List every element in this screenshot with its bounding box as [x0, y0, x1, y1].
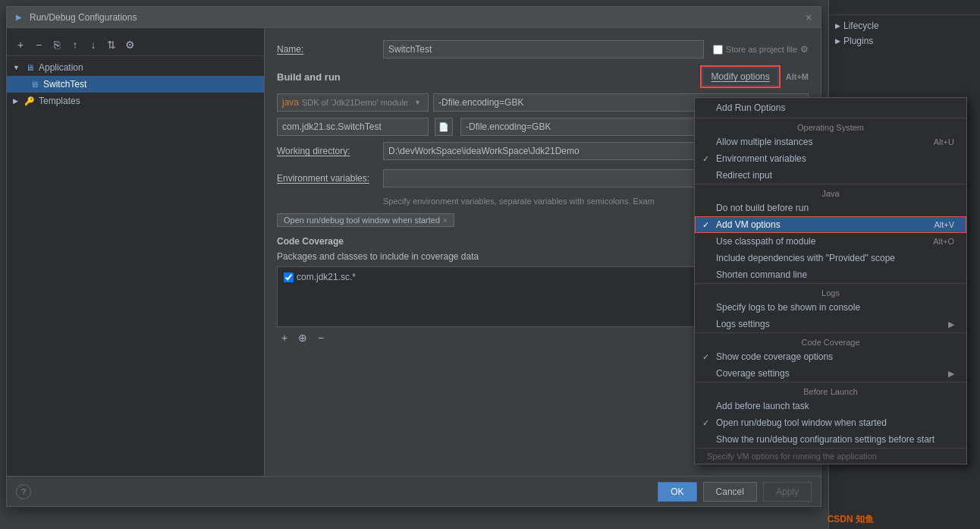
- switchtest-icon: 🖥: [28, 78, 40, 90]
- class-args-value: -Dfile.encoding=GBK: [466, 121, 551, 132]
- add-before-launch-item[interactable]: Add before launch task: [695, 398, 966, 414]
- include-dependencies-label: Include dependencies with "Provided" sco…: [716, 253, 895, 263]
- do-not-build-label: Do not build before run: [716, 203, 809, 213]
- logs-settings-item[interactable]: Logs settings ▶: [695, 316, 966, 332]
- show-coverage-item[interactable]: Show code coverage options: [695, 348, 966, 365]
- vm-args-value: -Dfile.encoding=GBK: [438, 97, 523, 108]
- sidebar-group-templates[interactable]: ▶ 🔑 Templates: [7, 93, 264, 109]
- store-as-project-label: Store as project file: [726, 45, 797, 54]
- config-button[interactable]: ⚙: [122, 37, 137, 52]
- redirect-input-label: Redirect input: [716, 170, 772, 181]
- add-vm-options-item[interactable]: Add VM options Alt+V: [695, 216, 966, 233]
- open-run-debug-label: Open run/debug tool window when started: [716, 417, 887, 428]
- lifecycle-label: Lifecycle: [843, 20, 879, 31]
- use-classpath-shortcut: Alt+O: [933, 237, 954, 246]
- switchtest-label: SwitchTest: [43, 79, 86, 90]
- logs-settings-label: Logs settings: [716, 319, 770, 329]
- modify-options-shortcut: Alt+M: [786, 72, 809, 81]
- java-sdk-selector[interactable]: java SDK of 'Jdk21Demo' module ▼: [277, 93, 429, 112]
- open-debug-tag: Open run/debug tool window when started …: [277, 213, 454, 227]
- add-package-button[interactable]: +: [277, 330, 292, 345]
- dialog-close-button[interactable]: ×: [803, 11, 815, 24]
- build-run-section: Build and run Modify options Alt+M: [277, 68, 809, 86]
- dropdown-hint: Specify VM options for running the appli…: [695, 448, 966, 464]
- dialog-footer: ? OK Cancel Apply: [7, 476, 821, 506]
- lifecycle-item[interactable]: ▶ Lifecycle: [829, 18, 980, 33]
- csdn-watermark: CSDN 知鱼: [828, 513, 874, 526]
- before-launch-label: Before Launch: [695, 382, 966, 398]
- coverage-settings-label: Coverage settings: [716, 368, 790, 379]
- plugins-label: Plugins: [843, 36, 873, 46]
- help-icon[interactable]: ?: [16, 484, 31, 499]
- do-not-build-item[interactable]: Do not build before run: [695, 200, 966, 216]
- name-label: Name:: [277, 44, 383, 55]
- modify-options-button[interactable]: Modify options: [702, 68, 777, 86]
- plugins-item[interactable]: ▶ Plugins: [829, 33, 980, 49]
- use-classpath-item[interactable]: Use classpath of module Alt+O: [695, 233, 966, 250]
- templates-icon: 🔑: [24, 95, 36, 107]
- env-var-label: Environment variables:: [277, 173, 383, 184]
- remove-config-button[interactable]: −: [31, 37, 46, 52]
- include-dependencies-item[interactable]: Include dependencies with "Provided" sco…: [695, 250, 966, 266]
- sidebar-item-switchtest[interactable]: 🖥 SwitchTest: [7, 76, 264, 93]
- move-up-button[interactable]: ↑: [68, 37, 83, 52]
- build-run-title: Build and run: [277, 71, 341, 83]
- dialog-title-icon: ▶: [13, 11, 25, 24]
- add-config-button[interactable]: +: [13, 37, 28, 52]
- add-run-options-item[interactable]: Add Run Options: [695, 98, 966, 118]
- plugins-arrow: ▶: [835, 37, 840, 45]
- package-name: com.jdk21.sc.*: [297, 272, 356, 282]
- apply-button[interactable]: Apply: [763, 482, 812, 502]
- open-debug-tag-text: Open run/debug tool window when started: [284, 216, 440, 225]
- coverage-settings-arrow: ▶: [948, 369, 954, 379]
- open-run-debug-item[interactable]: Open run/debug tool window when started: [695, 414, 966, 431]
- move-down-button[interactable]: ↓: [86, 37, 101, 52]
- name-input[interactable]: [383, 40, 704, 58]
- dropdown-hint-text: Specify VM options for running the appli…: [707, 452, 877, 461]
- lifecycle-arrow: ▶: [835, 22, 840, 30]
- redirect-input-item[interactable]: Redirect input: [695, 167, 966, 184]
- sort-button[interactable]: ⇅: [104, 37, 119, 52]
- remove-package-button[interactable]: −: [313, 330, 328, 345]
- allow-multiple-instances-label: Allow multiple instances: [716, 137, 812, 147]
- workdir-label: Working directory:: [277, 146, 383, 156]
- browse-class-button[interactable]: 📄: [435, 118, 453, 136]
- application-label: Application: [39, 62, 83, 73]
- package-checkbox[interactable]: [284, 272, 294, 282]
- shorten-command-item[interactable]: Shorten command line: [695, 266, 966, 283]
- java-section-label: Java: [695, 184, 966, 200]
- sidebar: + − ⎘ ↑ ↓ ⇅ ⚙ ▼ 🖥 Application 🖥 SwitchTe…: [7, 28, 265, 506]
- cancel-button[interactable]: Cancel: [703, 482, 757, 502]
- dialog-title-text: Run/Debug Configurations: [30, 12, 803, 23]
- environment-variables-label: Environment variables: [716, 153, 806, 164]
- copy-config-button[interactable]: ⎘: [49, 37, 64, 52]
- specify-logs-label: Specify logs to be shown in console: [716, 302, 860, 313]
- use-classpath-label: Use classpath of module: [716, 236, 815, 247]
- store-as-project-checkbox[interactable]: [713, 45, 723, 55]
- name-row: Name: Store as project file ⚙: [277, 40, 809, 58]
- ok-button[interactable]: OK: [658, 482, 696, 502]
- environment-variables-item[interactable]: Environment variables: [695, 150, 966, 167]
- java-keyword: java: [282, 97, 299, 108]
- modify-options-dropdown: Add Run Options Operating System Allow m…: [694, 97, 967, 464]
- show-settings-label: Show the run/debug configuration setting…: [716, 434, 934, 445]
- sdk-text: SDK of 'Jdk21Demo' module: [302, 98, 408, 107]
- specify-logs-item[interactable]: Specify logs to be shown in console: [695, 299, 966, 316]
- add-vm-options-label: Add VM options: [716, 219, 781, 230]
- application-icon: 🖥: [24, 61, 36, 74]
- show-settings-item[interactable]: Show the run/debug configuration setting…: [695, 431, 966, 448]
- coverage-settings-item[interactable]: Coverage settings ▶: [695, 365, 966, 382]
- sidebar-group-application[interactable]: ▼ 🖥 Application: [7, 59, 264, 76]
- allow-multiple-instances-item[interactable]: Allow multiple instances Alt+U: [695, 134, 966, 150]
- os-section-label: Operating System: [695, 118, 966, 134]
- store-settings-icon[interactable]: ⚙: [800, 44, 809, 55]
- add-package-alt-button[interactable]: ⊕: [295, 330, 310, 345]
- open-debug-tag-close[interactable]: ×: [443, 216, 448, 225]
- sidebar-toolbar: + − ⎘ ↑ ↓ ⇅ ⚙: [7, 34, 264, 56]
- coverage-section-dropdown-label: Code Coverage: [695, 332, 966, 348]
- class-input[interactable]: [277, 118, 429, 136]
- templates-label: Templates: [39, 96, 80, 106]
- sdk-dropdown-arrow: ▼: [414, 99, 421, 106]
- add-vm-shortcut: Alt+V: [934, 220, 954, 229]
- show-coverage-label: Show code coverage options: [716, 351, 833, 362]
